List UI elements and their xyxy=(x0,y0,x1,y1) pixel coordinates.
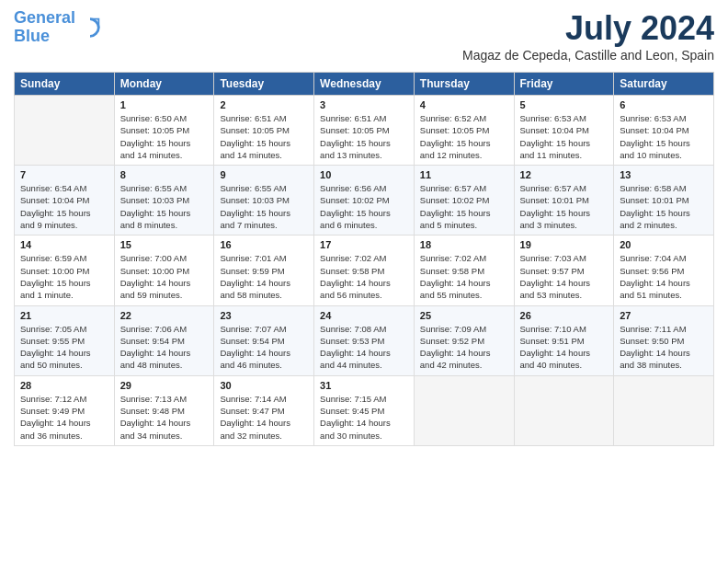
day-number: 11 xyxy=(420,169,508,180)
day-number: 3 xyxy=(320,99,408,110)
day-cell: 10Sunrise: 6:56 AM Sunset: 10:02 PM Dayl… xyxy=(314,166,415,236)
day-cell: 16Sunrise: 7:01 AM Sunset: 9:59 PM Dayli… xyxy=(214,236,314,305)
day-info: Sunrise: 6:51 AM Sunset: 10:05 PM Daylig… xyxy=(320,112,408,161)
day-info: Sunrise: 7:02 AM Sunset: 9:58 PM Dayligh… xyxy=(420,252,508,301)
column-header-tuesday: Tuesday xyxy=(214,73,314,96)
day-cell: 26Sunrise: 7:10 AM Sunset: 9:51 PM Dayli… xyxy=(514,305,614,375)
day-number: 29 xyxy=(120,380,209,391)
day-info: Sunrise: 6:57 AM Sunset: 10:01 PM Daylig… xyxy=(520,182,609,231)
column-header-sunday: Sunday xyxy=(15,73,115,96)
day-info: Sunrise: 7:12 AM Sunset: 9:49 PM Dayligh… xyxy=(20,393,108,442)
day-cell: 31Sunrise: 7:15 AM Sunset: 9:45 PM Dayli… xyxy=(314,375,415,445)
day-cell xyxy=(414,375,514,445)
day-info: Sunrise: 7:08 AM Sunset: 9:53 PM Dayligh… xyxy=(320,323,408,372)
day-cell xyxy=(15,96,115,166)
day-info: Sunrise: 6:51 AM Sunset: 10:05 PM Daylig… xyxy=(220,112,308,161)
day-cell xyxy=(614,375,714,445)
day-info: Sunrise: 7:02 AM Sunset: 9:58 PM Dayligh… xyxy=(320,252,408,301)
day-info: Sunrise: 7:03 AM Sunset: 9:57 PM Dayligh… xyxy=(520,252,609,301)
week-row-2: 7Sunrise: 6:54 AM Sunset: 10:04 PM Dayli… xyxy=(15,166,714,236)
header: General Blue July 2024 Magaz de Cepeda, … xyxy=(14,9,714,68)
day-number: 13 xyxy=(620,169,708,180)
day-number: 14 xyxy=(20,239,108,250)
day-cell: 29Sunrise: 7:13 AM Sunset: 9:48 PM Dayli… xyxy=(114,375,214,445)
day-number: 5 xyxy=(520,99,609,110)
day-number: 16 xyxy=(220,239,308,250)
day-cell: 6Sunrise: 6:53 AM Sunset: 10:04 PM Dayli… xyxy=(614,96,714,166)
day-cell: 24Sunrise: 7:08 AM Sunset: 9:53 PM Dayli… xyxy=(314,305,415,375)
day-number: 6 xyxy=(620,99,708,110)
day-cell: 2Sunrise: 6:51 AM Sunset: 10:05 PM Dayli… xyxy=(214,96,314,166)
day-cell: 17Sunrise: 7:02 AM Sunset: 9:58 PM Dayli… xyxy=(314,236,415,305)
column-header-friday: Friday xyxy=(514,73,614,96)
day-cell: 30Sunrise: 7:14 AM Sunset: 9:47 PM Dayli… xyxy=(214,375,314,445)
day-info: Sunrise: 6:55 AM Sunset: 10:03 PM Daylig… xyxy=(120,182,209,231)
day-info: Sunrise: 6:53 AM Sunset: 10:04 PM Daylig… xyxy=(620,112,708,161)
day-info: Sunrise: 7:09 AM Sunset: 9:52 PM Dayligh… xyxy=(420,323,508,372)
day-info: Sunrise: 6:58 AM Sunset: 10:01 PM Daylig… xyxy=(620,182,708,231)
day-info: Sunrise: 6:57 AM Sunset: 10:02 PM Daylig… xyxy=(420,182,508,231)
day-number: 12 xyxy=(520,169,609,180)
day-number: 20 xyxy=(620,239,708,250)
day-info: Sunrise: 7:11 AM Sunset: 9:50 PM Dayligh… xyxy=(620,323,708,372)
day-cell: 27Sunrise: 7:11 AM Sunset: 9:50 PM Dayli… xyxy=(614,305,714,375)
day-number: 17 xyxy=(320,239,408,250)
day-cell: 28Sunrise: 7:12 AM Sunset: 9:49 PM Dayli… xyxy=(15,375,115,445)
day-info: Sunrise: 6:52 AM Sunset: 10:05 PM Daylig… xyxy=(420,112,508,161)
day-number: 7 xyxy=(20,169,108,180)
day-number: 27 xyxy=(620,310,708,321)
day-cell: 9Sunrise: 6:55 AM Sunset: 10:03 PM Dayli… xyxy=(214,166,314,236)
month-title: July 2024 xyxy=(462,9,714,48)
day-number: 4 xyxy=(420,99,508,110)
day-cell: 3Sunrise: 6:51 AM Sunset: 10:05 PM Dayli… xyxy=(314,96,415,166)
day-cell: 21Sunrise: 7:05 AM Sunset: 9:55 PM Dayli… xyxy=(15,305,115,375)
logo-line2: Blue xyxy=(14,27,50,45)
day-number: 9 xyxy=(220,169,308,180)
day-number: 28 xyxy=(20,380,108,391)
day-info: Sunrise: 7:00 AM Sunset: 10:00 PM Daylig… xyxy=(120,252,209,301)
day-cell: 8Sunrise: 6:55 AM Sunset: 10:03 PM Dayli… xyxy=(114,166,214,236)
location-title: Magaz de Cepeda, Castille and Leon, Spai… xyxy=(462,48,714,63)
day-number: 22 xyxy=(120,310,209,321)
day-cell: 25Sunrise: 7:09 AM Sunset: 9:52 PM Dayli… xyxy=(414,305,514,375)
day-cell: 12Sunrise: 6:57 AM Sunset: 10:01 PM Dayl… xyxy=(514,166,614,236)
day-number: 31 xyxy=(320,380,408,391)
day-cell: 1Sunrise: 6:50 AM Sunset: 10:05 PM Dayli… xyxy=(114,96,214,166)
day-cell: 20Sunrise: 7:04 AM Sunset: 9:56 PM Dayli… xyxy=(614,236,714,305)
day-cell xyxy=(514,375,614,445)
day-info: Sunrise: 6:59 AM Sunset: 10:00 PM Daylig… xyxy=(20,252,108,301)
day-number: 24 xyxy=(320,310,408,321)
logo-icon xyxy=(77,15,103,40)
day-number: 18 xyxy=(420,239,508,250)
day-number: 23 xyxy=(220,310,308,321)
week-row-5: 28Sunrise: 7:12 AM Sunset: 9:49 PM Dayli… xyxy=(15,375,714,445)
day-info: Sunrise: 7:14 AM Sunset: 9:47 PM Dayligh… xyxy=(220,393,308,442)
logo: General Blue xyxy=(14,9,103,46)
calendar-table: SundayMondayTuesdayWednesdayThursdayFrid… xyxy=(14,72,714,446)
day-info: Sunrise: 6:50 AM Sunset: 10:05 PM Daylig… xyxy=(120,112,209,161)
day-info: Sunrise: 7:01 AM Sunset: 9:59 PM Dayligh… xyxy=(220,252,308,301)
day-info: Sunrise: 6:53 AM Sunset: 10:04 PM Daylig… xyxy=(520,112,609,161)
logo-text: General Blue xyxy=(14,9,75,46)
column-header-saturday: Saturday xyxy=(614,73,714,96)
logo-line1: General xyxy=(14,8,75,27)
day-number: 2 xyxy=(220,99,308,110)
day-info: Sunrise: 7:04 AM Sunset: 9:56 PM Dayligh… xyxy=(620,252,708,301)
day-info: Sunrise: 7:13 AM Sunset: 9:48 PM Dayligh… xyxy=(120,393,209,442)
day-cell: 19Sunrise: 7:03 AM Sunset: 9:57 PM Dayli… xyxy=(514,236,614,305)
day-info: Sunrise: 7:15 AM Sunset: 9:45 PM Dayligh… xyxy=(320,393,408,442)
day-number: 21 xyxy=(20,310,108,321)
day-cell: 22Sunrise: 7:06 AM Sunset: 9:54 PM Dayli… xyxy=(114,305,214,375)
day-info: Sunrise: 7:10 AM Sunset: 9:51 PM Dayligh… xyxy=(520,323,609,372)
day-cell: 15Sunrise: 7:00 AM Sunset: 10:00 PM Dayl… xyxy=(114,236,214,305)
day-number: 25 xyxy=(420,310,508,321)
day-number: 1 xyxy=(120,99,209,110)
day-info: Sunrise: 6:56 AM Sunset: 10:02 PM Daylig… xyxy=(320,182,408,231)
day-cell: 11Sunrise: 6:57 AM Sunset: 10:02 PM Dayl… xyxy=(414,166,514,236)
day-number: 19 xyxy=(520,239,609,250)
day-number: 30 xyxy=(220,380,308,391)
day-info: Sunrise: 7:06 AM Sunset: 9:54 PM Dayligh… xyxy=(120,323,209,372)
day-cell: 4Sunrise: 6:52 AM Sunset: 10:05 PM Dayli… xyxy=(414,96,514,166)
day-cell: 5Sunrise: 6:53 AM Sunset: 10:04 PM Dayli… xyxy=(514,96,614,166)
day-cell: 18Sunrise: 7:02 AM Sunset: 9:58 PM Dayli… xyxy=(414,236,514,305)
